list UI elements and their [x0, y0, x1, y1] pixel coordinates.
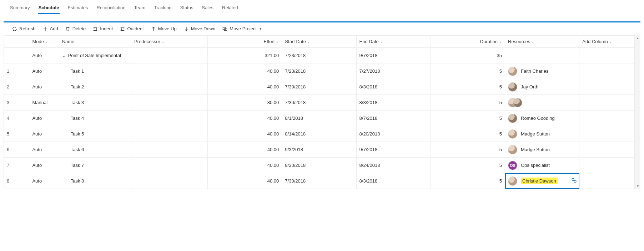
cell-resources[interactable]: Faith Charles: [505, 63, 579, 79]
tab-sales[interactable]: Sales: [197, 5, 218, 14]
cell-resources[interactable]: Jay Orth: [505, 79, 579, 95]
table-row[interactable]: 4AutoTask 440.008/1/20188/7/20185Romeo G…: [4, 111, 635, 126]
table-row[interactable]: 6AutoTask 640.009/3/20189/7/20185Madge S…: [4, 142, 635, 158]
cell-effort[interactable]: 321.00: [208, 48, 282, 63]
tab-tracking[interactable]: Tracking: [150, 5, 176, 14]
cell-mode[interactable]: Manual: [29, 95, 59, 111]
cell-resources[interactable]: Christie Dawson: [505, 173, 579, 189]
cell-duration[interactable]: 5: [431, 173, 505, 189]
col-duration[interactable]: Duration⌄: [431, 36, 505, 48]
tab-related[interactable]: Related: [218, 5, 242, 14]
tab-team[interactable]: Team: [130, 5, 150, 14]
cell-enddate[interactable]: 8/24/2018: [356, 158, 431, 173]
tab-estimates[interactable]: Estimates: [63, 5, 92, 14]
cell-startdate[interactable]: 7/23/2018: [282, 48, 356, 63]
cell-effort[interactable]: 40.00: [208, 126, 282, 142]
cell-resources[interactable]: Madge Sutton: [505, 126, 579, 142]
cell-predecessor[interactable]: [131, 126, 207, 142]
tab-reconciliation[interactable]: Reconciliation: [92, 5, 130, 14]
cell-predecessor[interactable]: [131, 95, 207, 111]
cell-predecessor[interactable]: [131, 111, 207, 126]
outdent-button[interactable]: Outdent: [120, 26, 144, 31]
cell-duration[interactable]: 35: [431, 48, 505, 63]
col-name[interactable]: Name: [59, 36, 131, 48]
cell-effort[interactable]: 80.00: [208, 95, 282, 111]
cell-effort[interactable]: 40.00: [208, 79, 282, 95]
summary-row[interactable]: Auto⌄Point of Sale Implementat321.007/23…: [4, 48, 635, 63]
add-button[interactable]: Add: [43, 26, 58, 31]
moveproject-button[interactable]: Move Project ▾: [222, 26, 261, 31]
table-row[interactable]: 7AutoTask 740.008/20/20188/24/20185OSOps…: [4, 158, 635, 173]
cell-enddate[interactable]: 7/27/2018: [356, 63, 431, 79]
col-startdate[interactable]: Start Date⌄: [282, 36, 356, 48]
cell-name[interactable]: Task 2: [59, 79, 131, 95]
cell-resources[interactable]: OSOps specialist: [505, 158, 579, 173]
col-addcolumn[interactable]: Add Column⌄: [579, 36, 635, 48]
cell-effort[interactable]: 40.00: [208, 158, 282, 173]
col-effort[interactable]: Effort⌄: [208, 36, 282, 48]
cell-effort[interactable]: 40.00: [208, 63, 282, 79]
col-enddate[interactable]: End Date⌄: [356, 36, 431, 48]
cell-duration[interactable]: 5: [431, 95, 505, 111]
cell-startdate[interactable]: 7/30/2018: [282, 173, 356, 189]
cell-mode[interactable]: Auto: [29, 126, 59, 142]
cell-mode[interactable]: Auto: [29, 79, 59, 95]
cell-enddate[interactable]: 8/20/2018: [356, 126, 431, 142]
cell-startdate[interactable]: 8/14/2018: [282, 126, 356, 142]
cell-name[interactable]: Task 4: [59, 111, 131, 126]
cell-duration[interactable]: 5: [431, 158, 505, 173]
cell-effort[interactable]: 40.00: [208, 173, 282, 189]
cell-mode[interactable]: Auto: [29, 48, 59, 63]
indent-button[interactable]: Indent: [93, 26, 113, 31]
cell-name[interactable]: Task 7: [59, 158, 131, 173]
cell-mode[interactable]: Auto: [29, 111, 59, 126]
vertical-scrollbar[interactable]: ▲ ▼: [635, 35, 640, 189]
tab-summary[interactable]: Summary: [6, 5, 34, 14]
cell-duration[interactable]: 5: [431, 79, 505, 95]
scroll-down-icon[interactable]: ▼: [635, 183, 640, 189]
cell-startdate[interactable]: 8/1/2018: [282, 111, 356, 126]
cell-effort[interactable]: 40.00: [208, 142, 282, 158]
cell-name[interactable]: Task 6: [59, 142, 131, 158]
cell-name[interactable]: Task 5: [59, 126, 131, 142]
moveup-button[interactable]: Move Up: [151, 26, 177, 31]
refresh-button[interactable]: Refresh: [12, 26, 36, 31]
cell-predecessor[interactable]: [131, 63, 207, 79]
lookup-icon[interactable]: [571, 178, 577, 184]
cell-predecessor[interactable]: [131, 173, 207, 189]
col-resources[interactable]: Resources⌄: [505, 36, 579, 48]
cell-resources[interactable]: [505, 48, 579, 63]
collapse-icon[interactable]: ⌄: [62, 53, 66, 58]
table-row[interactable]: 3ManualTask 380.007/30/20188/3/20185: [4, 95, 635, 111]
cell-name[interactable]: Task 1: [59, 63, 131, 79]
cell-name[interactable]: ⌄Point of Sale Implementat: [59, 48, 131, 63]
cell-mode[interactable]: Auto: [29, 158, 59, 173]
cell-predecessor[interactable]: [131, 158, 207, 173]
cell-mode[interactable]: Auto: [29, 173, 59, 189]
cell-startdate[interactable]: 7/30/2018: [282, 79, 356, 95]
cell-enddate[interactable]: 8/3/2018: [356, 79, 431, 95]
cell-name[interactable]: Task 3: [59, 95, 131, 111]
table-row[interactable]: 2AutoTask 240.007/30/20188/3/20185Jay Or…: [4, 79, 635, 95]
cell-enddate[interactable]: 9/7/2018: [356, 48, 431, 63]
cell-duration[interactable]: 5: [431, 63, 505, 79]
cell-duration[interactable]: 5: [431, 142, 505, 158]
table-row[interactable]: 1AutoTask 140.007/23/20187/27/20185Faith…: [4, 63, 635, 79]
cell-startdate[interactable]: 7/23/2018: [282, 63, 356, 79]
cell-mode[interactable]: Auto: [29, 142, 59, 158]
table-row[interactable]: 5AutoTask 540.008/14/20188/20/20185Madge…: [4, 126, 635, 142]
cell-predecessor[interactable]: [131, 142, 207, 158]
cell-resources[interactable]: Madge Sutton: [505, 142, 579, 158]
tab-schedule[interactable]: Schedule: [34, 5, 64, 14]
delete-button[interactable]: Delete: [65, 26, 86, 31]
cell-enddate[interactable]: 9/7/2018: [356, 142, 431, 158]
cell-startdate[interactable]: 7/30/2018: [282, 95, 356, 111]
table-row[interactable]: 8AutoTask 840.007/30/20188/3/20185Christ…: [4, 173, 635, 189]
col-mode[interactable]: Mode⌄: [29, 36, 59, 48]
cell-duration[interactable]: 5: [431, 126, 505, 142]
movedown-button[interactable]: Move Down: [184, 26, 216, 31]
cell-enddate[interactable]: 8/3/2018: [356, 173, 431, 189]
cell-enddate[interactable]: 8/3/2018: [356, 95, 431, 111]
cell-enddate[interactable]: 8/7/2018: [356, 111, 431, 126]
cell-predecessor[interactable]: [131, 48, 207, 63]
